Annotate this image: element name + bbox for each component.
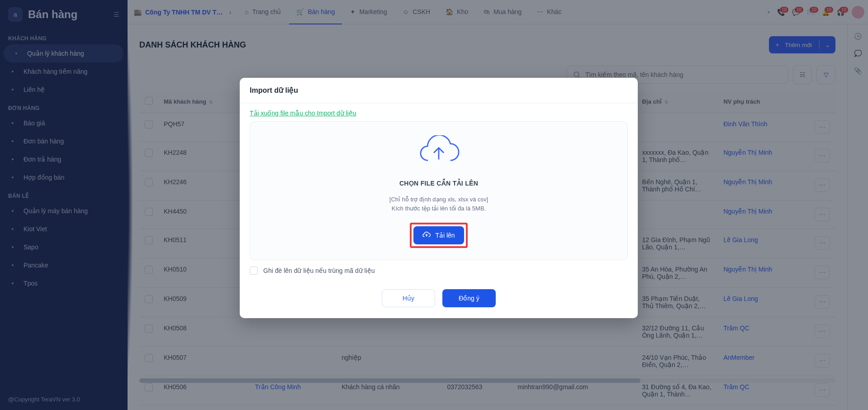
checkbox-icon <box>250 267 258 275</box>
cloud-up-icon <box>422 232 431 239</box>
cancel-button[interactable]: Hủy <box>382 289 435 307</box>
download-template-link[interactable]: Tải xuống file mẫu cho Import dữ liệu <box>250 110 356 117</box>
upload-button-highlight: Tải lên <box>410 223 467 248</box>
overwrite-checkbox[interactable]: Ghi đè lên dữ liệu nếu trùng mã dữ liệu <box>250 267 628 275</box>
upload-title: CHỌN FILE CẦN TẢI LÊN <box>259 180 618 187</box>
upload-dropzone[interactable]: CHỌN FILE CẦN TẢI LÊN [Chỉ hỗ trợ định d… <box>250 121 628 260</box>
import-modal: Import dữ liệu Tải xuống file mẫu cho Im… <box>240 78 638 318</box>
modal-title: Import dữ liệu <box>240 78 638 103</box>
cloud-upload-icon <box>418 135 460 168</box>
overwrite-label: Ghi đè lên dữ liệu nếu trùng mã dữ liệu <box>263 267 375 274</box>
confirm-button[interactable]: Đồng ý <box>442 289 496 307</box>
upload-button-label: Tải lên <box>435 232 455 239</box>
upload-button[interactable]: Tải lên <box>413 226 464 244</box>
upload-hint: [Chỉ hỗ trợ định dạng xls, xlsx và csv] … <box>259 195 618 213</box>
